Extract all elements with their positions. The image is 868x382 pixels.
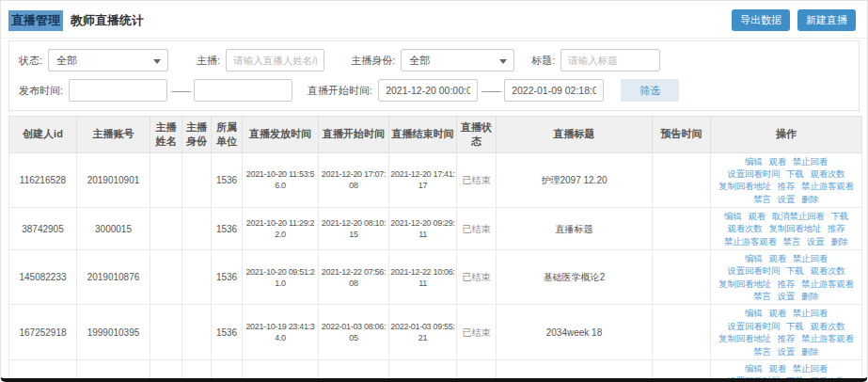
cell-anchor-identity <box>182 305 212 359</box>
action-link[interactable]: 观看次数 <box>810 321 844 331</box>
action-link[interactable]: 设置 <box>778 194 796 204</box>
cell-issue-time: 2021-10-19 23:36:08.0 <box>243 359 319 382</box>
action-link[interactable]: 设置回看时间 <box>727 375 780 382</box>
action-link[interactable]: 删除 <box>830 236 848 247</box>
cell-creator-id: 116216528 <box>9 152 77 207</box>
action-link[interactable]: 取消禁止回看 <box>772 211 825 221</box>
action-link[interactable]: 禁止游客观看 <box>801 181 854 191</box>
live-start-from-input[interactable] <box>378 79 478 102</box>
action-link[interactable]: 禁止回看 <box>793 156 828 167</box>
action-link[interactable]: 下载 <box>786 265 804 276</box>
status-select[interactable]: 全部 <box>48 49 168 72</box>
action-link[interactable]: 推荐 <box>778 333 796 343</box>
action-link[interactable]: 编辑 <box>745 363 763 374</box>
action-link[interactable]: 禁止游客观看 <box>801 333 854 343</box>
cell-actions: 编辑 观看 禁止回看 设置回看时间 下载 观看次数 复制回看地址 推荐 禁止游客… <box>711 359 862 382</box>
filter-row-1: 状态: 全部 主播: 主播身份: 全部 标题: <box>15 49 853 72</box>
action-link[interactable]: 复制回看地址 <box>718 279 771 289</box>
action-link[interactable]: 编辑 <box>745 156 763 167</box>
col-anchor-identity: 主播身份 <box>182 117 212 153</box>
filter-button[interactable]: 筛选 <box>621 79 679 102</box>
publish-time-label: 发布时间: <box>19 84 63 98</box>
action-link[interactable]: 禁止回看 <box>793 363 828 374</box>
cell-anchor-identity <box>182 250 212 305</box>
action-link[interactable]: 观看 <box>768 253 786 263</box>
action-link[interactable]: 设置 <box>778 346 796 357</box>
action-link[interactable]: 删除 <box>801 291 819 301</box>
cell-preview-time <box>653 250 711 305</box>
action-link[interactable]: 观看次数 <box>810 265 844 276</box>
cell-end-time: 2021-12-20 17:41:17 <box>389 152 457 207</box>
action-link[interactable]: 下载 <box>786 375 804 382</box>
action-link[interactable]: 设置回看时间 <box>727 321 780 331</box>
col-start-time: 直播开始时间 <box>319 117 389 153</box>
action-link[interactable]: 观看 <box>768 156 786 167</box>
action-link[interactable]: 设置 <box>778 291 796 301</box>
range-dash: —— <box>171 85 190 96</box>
action-link[interactable]: 观看 <box>768 363 786 374</box>
live-start-to-input[interactable] <box>504 79 604 102</box>
cell-unit: 1536 <box>212 250 243 305</box>
action-link[interactable]: 下载 <box>786 321 804 331</box>
cell-live-title: 雨课堂+学习通测试 <box>497 359 653 382</box>
action-link[interactable]: 禁止游客观看 <box>801 279 854 289</box>
col-preview-time: 预告时间 <box>653 117 711 153</box>
action-link[interactable]: 推荐 <box>778 181 796 191</box>
action-link[interactable]: 复制回看地址 <box>718 333 771 343</box>
col-end-time: 直播结束时间 <box>389 117 457 153</box>
action-link[interactable]: 推荐 <box>778 279 796 289</box>
cell-start-time: 2021-12-22 07:56:08 <box>319 250 389 305</box>
action-link[interactable]: 禁言 <box>783 236 801 247</box>
action-link[interactable]: 设置 <box>807 236 825 247</box>
action-link[interactable]: 禁言 <box>753 346 771 357</box>
cell-end-time: 2022-01-03 09:55:21 <box>389 305 457 359</box>
cell-unit: 1536 <box>212 305 243 359</box>
title-input[interactable] <box>560 49 660 72</box>
publish-from-input[interactable] <box>69 79 167 102</box>
action-link[interactable]: 删除 <box>801 194 819 204</box>
action-link[interactable]: 设置回看时间 <box>727 265 780 276</box>
action-link[interactable]: 删除 <box>801 346 819 357</box>
action-link[interactable]: 观看次数 <box>727 223 762 233</box>
action-link[interactable]: 编辑 <box>745 253 763 263</box>
action-link[interactable]: 观看 <box>748 211 765 221</box>
identity-select[interactable]: 全部 <box>401 49 514 72</box>
action-link[interactable]: 观看次数 <box>810 168 844 179</box>
topbar-actions: 导出数据 新建直播 <box>732 9 856 31</box>
action-link[interactable]: 复制回看地址 <box>718 181 771 191</box>
action-link[interactable]: 禁言 <box>753 194 771 204</box>
action-link[interactable]: 设置回看时间 <box>727 168 780 179</box>
action-link[interactable]: 编辑 <box>724 211 742 221</box>
action-link[interactable]: 禁止回看 <box>793 308 828 318</box>
cell-account: 2019010876 <box>77 250 150 305</box>
action-link[interactable]: 编辑 <box>745 308 763 318</box>
col-status: 直播状态 <box>457 117 497 153</box>
status-badge: 已结束 <box>457 359 497 382</box>
status-label: 状态: <box>19 54 42 68</box>
publish-to-input[interactable] <box>194 79 292 102</box>
col-account: 主播账号 <box>77 117 150 153</box>
action-link[interactable]: 观看 <box>768 308 786 318</box>
action-link[interactable]: 观看次数 <box>810 375 844 382</box>
cell-end-time: 2021-12-20 09:29:11 <box>389 208 457 250</box>
action-link[interactable]: 下载 <box>786 168 804 179</box>
cell-start-time: 2021-12-20 08:10:15 <box>319 208 389 250</box>
cell-issue-time: 2021-10-20 11:29:22.0 <box>243 208 319 250</box>
breadcrumb-live-management[interactable]: 直播管理 <box>8 10 63 31</box>
new-live-button[interactable]: 新建直播 <box>797 9 856 31</box>
filter-panel: 状态: 全部 主播: 主播身份: 全部 标题: 发布时间: —— 直播开始时间:… <box>8 40 860 111</box>
action-link[interactable]: 推荐 <box>828 223 845 233</box>
action-link[interactable]: 禁言 <box>753 291 771 301</box>
action-link[interactable]: 禁止回看 <box>793 253 828 263</box>
range-dash: —— <box>481 85 500 96</box>
action-link[interactable]: 禁止游客观看 <box>724 236 777 247</box>
col-creator-id: 创建人id <box>9 117 77 153</box>
anchor-input[interactable] <box>226 49 324 72</box>
table-row: 116216528 2019010901 1536 2021-10-20 11:… <box>9 152 862 207</box>
cell-actions: 编辑 观看 取消禁止回看 下载 观看次数 复制回看地址 推荐 禁止游客观看 禁言… <box>711 208 862 250</box>
action-link[interactable]: 复制回看地址 <box>768 223 821 233</box>
cell-live-title: 基础医学概论2 <box>497 250 653 305</box>
cell-anchor-identity <box>182 208 212 250</box>
action-link[interactable]: 下载 <box>830 211 848 221</box>
export-data-button[interactable]: 导出数据 <box>732 9 790 31</box>
